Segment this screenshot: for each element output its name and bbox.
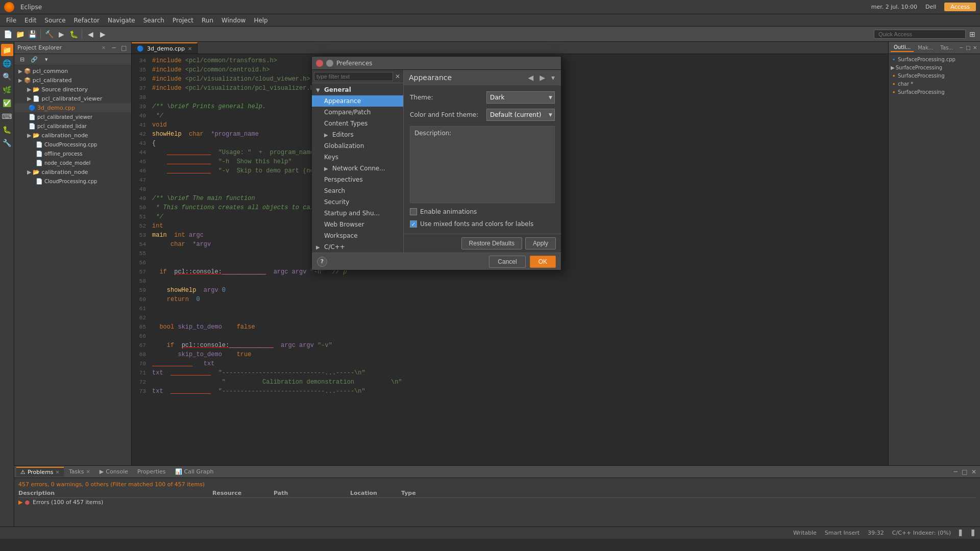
tree-item-src[interactable]: ▶ 📂 Source directory bbox=[14, 85, 131, 94]
right-panel-close[interactable]: ✕ bbox=[972, 44, 978, 52]
menu-file[interactable]: File bbox=[2, 16, 20, 25]
menu-edit[interactable]: Edit bbox=[20, 16, 40, 25]
dlg-tree-item-perspectives[interactable]: Perspectives bbox=[312, 174, 403, 185]
project-explorer-max[interactable]: □ bbox=[120, 44, 128, 52]
preferences-dialog[interactable]: Preferences ✕ ▼ General Appearance bbox=[311, 56, 561, 270]
menu-run[interactable]: Run bbox=[198, 16, 217, 25]
toolbar-new[interactable]: 📄 bbox=[2, 29, 13, 40]
toolbar-open[interactable]: 📁 bbox=[14, 29, 26, 40]
bottom-tab-tasks[interactable]: Tasks ✕ bbox=[65, 467, 94, 476]
dlg-tree-item-content-types[interactable]: Content Types bbox=[312, 118, 403, 129]
tree-item-node[interactable]: 📄 node_code_model bbox=[14, 158, 131, 167]
dlg-tree-item-workspace[interactable]: Workspace bbox=[312, 230, 403, 241]
dialog-filter-input[interactable] bbox=[314, 72, 393, 81]
right-item-4[interactable]: 🔸 char * bbox=[889, 80, 980, 88]
right-panel-min[interactable]: ─ bbox=[959, 44, 964, 52]
menu-help[interactable]: Help bbox=[250, 16, 272, 25]
sidebar-icon-browser[interactable]: 🌐 bbox=[1, 57, 13, 69]
tree-item-lidar[interactable]: 📄 pcl_calibrated_lidar bbox=[14, 121, 131, 131]
bottom-tab-console[interactable]: ▶ Console bbox=[95, 467, 132, 476]
dlg-tree-item-security[interactable]: Security bbox=[312, 196, 403, 208]
help-button[interactable]: ? bbox=[317, 257, 327, 267]
dlg-tree-item-appearance[interactable]: Appearance bbox=[312, 95, 403, 107]
toolbar-build[interactable]: 🔨 bbox=[43, 29, 55, 40]
cancel-button[interactable]: Cancel bbox=[489, 256, 525, 268]
errors-row[interactable]: ▶ ● Errors (100 of 457 items) bbox=[18, 498, 976, 507]
menu-refactor[interactable]: Refactor bbox=[70, 16, 104, 25]
bottom-tab-problems[interactable]: ⚠ Problems ✕ bbox=[16, 467, 64, 477]
dialog-nav-back[interactable]: ◀ bbox=[527, 72, 534, 83]
tree-item-3ddemo[interactable]: 🔵 3d_demo.cpp bbox=[14, 103, 131, 112]
dlg-tree-item-network[interactable]: ▶ Network Conne... bbox=[312, 163, 403, 174]
restore-defaults-button[interactable]: Restore Defaults bbox=[461, 237, 522, 249]
menu-window[interactable]: Window bbox=[217, 16, 250, 25]
ok-button[interactable]: OK bbox=[530, 256, 556, 268]
pe-toolbar-collapse[interactable]: ⊟ bbox=[16, 54, 28, 65]
right-tab-make[interactable]: Mak... bbox=[915, 44, 936, 52]
dlg-tree-item-compare[interactable]: Compare/Patch bbox=[312, 107, 403, 118]
dlg-tree-item-startup[interactable]: Startup and Shu... bbox=[312, 208, 403, 219]
menu-source[interactable]: Source bbox=[40, 16, 69, 25]
right-item-3[interactable]: 🔸 SurfaceProcessing bbox=[889, 71, 980, 80]
tree-item-calibrated[interactable]: ▶ 📦 pcl_calibrated bbox=[14, 76, 131, 85]
right-item-2[interactable]: ▶ SurfaceProcessing bbox=[889, 63, 980, 71]
sidebar-icon-search[interactable]: 🔍 bbox=[1, 70, 13, 83]
tree-item-viewer2[interactable]: 📄 pcl_calibrated_viewer bbox=[14, 112, 131, 121]
pe-toolbar-menu[interactable]: ▾ bbox=[41, 54, 52, 65]
right-panel-max[interactable]: □ bbox=[965, 44, 971, 52]
right-tab-tasks[interactable]: Tas... bbox=[937, 44, 956, 52]
tree-item-offline[interactable]: 📄 offline_process bbox=[14, 149, 131, 158]
project-explorer-min[interactable]: ─ bbox=[110, 44, 118, 52]
dlg-tree-item-general[interactable]: ▼ General bbox=[312, 84, 403, 95]
dlg-tree-item-cpp[interactable]: ▶ C/C++ bbox=[312, 241, 403, 253]
right-item-5[interactable]: 🔸 SurfaceProcessing bbox=[889, 88, 980, 96]
quick-access-input[interactable] bbox=[874, 30, 966, 39]
bottom-tab-properties[interactable]: Properties bbox=[133, 467, 170, 476]
tree-item-calib2[interactable]: ▶ 📂 calibration_node bbox=[14, 167, 131, 177]
sidebar-icon-tasks[interactable]: ✅ bbox=[1, 97, 13, 109]
mixed-fonts-checkbox[interactable] bbox=[410, 220, 417, 228]
theme-select[interactable]: Dark bbox=[486, 91, 555, 104]
bottom-panel-close[interactable]: ✕ bbox=[970, 468, 978, 476]
toolbar-forward[interactable]: ▶ bbox=[97, 29, 108, 40]
tree-item-cloud[interactable]: 📄 CloudProcessing.cpp bbox=[14, 140, 131, 149]
toolbar-perspectives[interactable]: ⊞ bbox=[967, 29, 978, 40]
sidebar-icon-debug[interactable]: 🐛 bbox=[1, 123, 13, 136]
sidebar-icon-terminal[interactable]: ⌨ bbox=[1, 110, 13, 122]
dlg-tree-item-keys[interactable]: Keys bbox=[312, 152, 403, 163]
bottom-panel-max[interactable]: □ bbox=[961, 468, 969, 476]
sidebar-icon-git[interactable]: 🌿 bbox=[1, 84, 13, 96]
tree-item-viewer[interactable]: ▶ 📄 pcl_calibrated_viewer bbox=[14, 94, 131, 103]
editor-tab-close-3ddemo[interactable]: ✕ bbox=[188, 46, 192, 52]
dialog-filter-clear[interactable]: ✕ bbox=[394, 73, 401, 80]
dialog-nav-forward[interactable]: ▶ bbox=[538, 72, 546, 83]
toolbar-run[interactable]: ▶ bbox=[56, 29, 67, 40]
dialog-min-button[interactable] bbox=[326, 60, 333, 67]
tree-item-cloud2[interactable]: 📄 CloudProcessing.cpp bbox=[14, 177, 131, 186]
access-button[interactable]: Access bbox=[944, 3, 976, 11]
tree-item-pcl[interactable]: ▶ 📦 pcl_common bbox=[14, 66, 131, 76]
apply-button[interactable]: Apply bbox=[525, 237, 556, 249]
right-tab-outline[interactable]: Outli... bbox=[891, 43, 914, 52]
menu-search[interactable]: Search bbox=[139, 16, 168, 25]
menu-project[interactable]: Project bbox=[168, 16, 198, 25]
bottom-panel-min[interactable]: ─ bbox=[951, 468, 960, 476]
dialog-nav-menu[interactable]: ▾ bbox=[550, 72, 556, 83]
color-font-select[interactable]: Default (current) bbox=[486, 109, 555, 121]
editor-tab-3ddemo[interactable]: 🔵 3d_demo.cpp ✕ bbox=[132, 42, 198, 54]
dlg-tree-item-web[interactable]: Web Browser bbox=[312, 219, 403, 230]
project-explorer-close[interactable]: ✕ bbox=[100, 44, 108, 52]
sidebar-icon-explorer[interactable]: 📁 bbox=[1, 44, 13, 56]
dialog-close-button[interactable] bbox=[316, 60, 323, 67]
bottom-tab-problems-close[interactable]: ✕ bbox=[56, 469, 60, 475]
sidebar-icon-tools[interactable]: 🔧 bbox=[1, 137, 13, 149]
enable-animations-checkbox[interactable] bbox=[410, 208, 417, 215]
right-item-1[interactable]: 🔹 SurfaceProcessing.cpp bbox=[889, 55, 980, 63]
toolbar-debug[interactable]: 🐛 bbox=[68, 29, 79, 40]
toolbar-save[interactable]: 💾 bbox=[27, 29, 38, 40]
dlg-tree-item-editors[interactable]: ▶ Editors bbox=[312, 129, 403, 140]
pe-toolbar-link[interactable]: 🔗 bbox=[29, 54, 40, 65]
menu-navigate[interactable]: Navigate bbox=[104, 16, 139, 25]
dlg-tree-item-search[interactable]: Search bbox=[312, 185, 403, 196]
tree-item-calib[interactable]: ▶ 📂 calibration_node bbox=[14, 131, 131, 140]
